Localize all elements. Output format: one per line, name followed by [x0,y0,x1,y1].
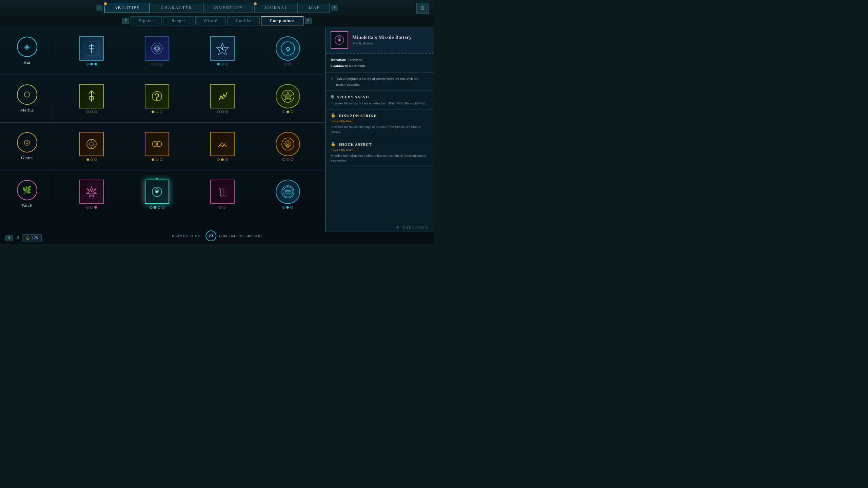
sub-key-z: Z [122,18,130,24]
giatta-ability-icon-4 [276,132,300,156]
detail-cooldown: Cooldown: 60 seconds [331,63,429,69]
giatta-ability-3-dots [217,158,228,161]
upgrade-horizon-strike[interactable]: 🔒 HORIZON STRIKE • Available Point Incre… [326,109,434,138]
kai-ability-icon-4 [276,36,300,61]
marius-ability-4-dots [282,110,293,113]
kai-abilities [54,31,325,71]
svg-point-2 [154,45,160,52]
player-level-label: PLAYER LEVEL [172,234,203,238]
giatta-ability-4-dots [282,158,293,161]
svg-point-6 [287,49,289,52]
detail-ability-icon [331,31,348,49]
yatzli-ability-1-dots [86,206,97,209]
giatta-ability-2-dots [152,158,162,161]
companion-row-kai: ◈ Kai [0,27,325,75]
yatzli-ability-2[interactable]: ▼ [145,180,169,209]
upgrade-speedy-salvo[interactable]: ◉ SPEEDY SALVO Increases the rate of fir… [326,91,434,109]
tab-journal[interactable]: JOURNAL [254,3,298,13]
detail-description: ◇ Yatzli conjures a volley of arcane mis… [326,73,434,91]
yatzli-abilities: ▼ [54,174,325,214]
marius-ability-icon-4 [276,84,300,108]
kai-ability-1-dots [86,63,97,65]
tab-abilities[interactable]: ABILITIES [104,3,150,13]
tab-godlike[interactable]: Godlike [227,16,260,25]
giatta-ability-2[interactable] [145,132,169,161]
sub-key-c: C [305,18,312,24]
main-content: ◈ Kai [0,27,434,241]
marius-ability-4[interactable] [276,84,300,113]
marius-ability-3-dots [217,110,228,113]
kai-ability-4[interactable] [276,36,300,65]
yatzli-ability-4[interactable] [276,180,300,209]
tab-fighter[interactable]: Fighter [131,16,162,25]
notif-dot-abilities [103,2,107,6]
giatta-avatar: ◎ [17,132,37,152]
marius-name: Marius [20,107,34,113]
marius-ability-3[interactable] [210,84,235,113]
kai-ability-2-dots [152,63,162,65]
desc-diamond-icon: ◇ [331,77,333,87]
yatzli-ability-1[interactable] [79,180,104,209]
marius-ability-1-dots [86,110,97,113]
companion-row-marius: ⬡ Marius [0,75,325,123]
nav-key-e: E [331,5,338,11]
yatzli-ability-icon-1 [79,180,104,204]
thegamer-watermark: ✦ THEGAMER [395,224,429,230]
ability-detail-panel: Minoletta's Missile Battery Yatzli, Acti… [326,27,434,241]
companion-info-kai[interactable]: ◈ Kai [0,27,54,75]
companion-info-marius[interactable]: ⬡ Marius [0,75,54,122]
companion-info-giatta[interactable]: ◎ Giatta [0,123,54,170]
marius-ability-1[interactable] [79,84,104,113]
yatzli-ability-3-dots [219,206,225,209]
bottom-bar: R ↺ ⊙ 125 PLAYER LEVEL 22 (186,764 / 202… [0,232,434,244]
yatzli-avatar: 🌿 [17,180,37,200]
xp-display: PLAYER LEVEL 22 (186,764 / 202,400 XP) [172,230,262,244]
upgrade-3-available: • Available Point [331,148,429,152]
tab-map[interactable]: MAP [299,3,330,13]
marius-avatar: ⬡ [17,84,37,105]
companions-panel: ◈ Kai [0,27,326,241]
upgrade-shock-aspect[interactable]: 🔒 SHOCK ASPECT • Available Point Missile… [326,138,434,167]
kai-ability-2[interactable] [145,36,169,65]
yatzli-ability-4-dots [282,206,293,209]
giatta-ability-3[interactable] [210,132,235,161]
svg-point-1 [152,43,162,54]
upgrade-3-lock-icon: 🔒 [331,142,336,147]
close-button[interactable]: X [416,3,429,14]
detail-title-group: Minoletta's Missile Battery Yatzli, Acti… [352,35,412,45]
detail-stats: Duration: 5 seconds Cooldown: 60 seconds [326,54,434,73]
companion-info-yatzli[interactable]: 🌿 Yatzli [0,170,54,218]
upgrade-2-lock-icon: 🔒 [331,113,336,118]
svg-point-3 [156,46,158,51]
kai-ability-icon-1 [79,36,104,61]
giatta-ability-1[interactable] [79,132,104,161]
kai-ability-1[interactable] [79,36,104,65]
xp-values: (186,764 / 202,400 XP) [219,234,262,238]
giatta-ability-4[interactable] [276,132,300,161]
refresh-icon[interactable]: ↺ [15,235,19,241]
yatzli-ability-icon-3 [210,180,235,204]
yatzli-ability-3[interactable] [210,180,235,209]
upgrade-3-desc: Missiles from Minoletta's Missile Batter… [331,153,429,163]
tab-character[interactable]: CHARACTER [151,3,202,13]
kai-name: Kai [23,60,30,65]
marius-ability-2[interactable] [145,84,169,113]
marius-abilities [54,79,325,119]
tab-companions[interactable]: Companions [261,16,303,25]
detail-title: Minoletta's Missile Battery [352,35,412,40]
detail-duration: Duration: 5 seconds [331,57,429,63]
nav-key-q: Q [96,5,103,11]
upgrade-3-title: 🔒 SHOCK ASPECT [331,142,429,147]
tab-inventory[interactable]: INVENTORY [203,3,253,13]
yatzli-ability-icon-2 [145,180,169,204]
kai-ability-3[interactable] [210,36,235,65]
tab-ranger[interactable]: Ranger [163,16,194,25]
notif-dot-journal [253,2,257,6]
bottom-key-r: R [5,235,13,241]
detail-header: Minoletta's Missile Battery Yatzli, Acti… [326,27,434,54]
currency-icon: ⊙ [26,235,30,241]
kai-avatar: ◈ [17,37,37,57]
giatta-ability-icon-1 [79,132,104,156]
tab-wizard[interactable]: Wizard [195,16,226,25]
kai-ability-icon-2 [145,36,169,61]
